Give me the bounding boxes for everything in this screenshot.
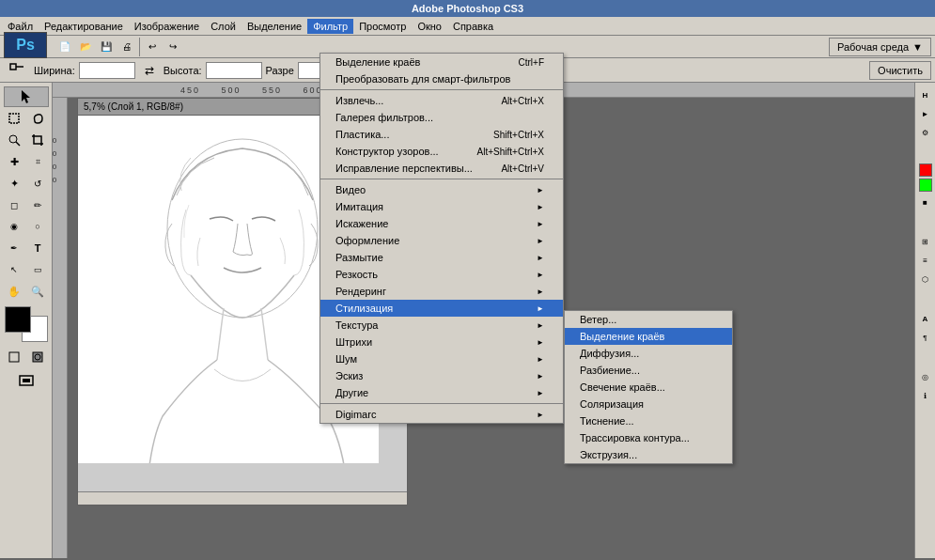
right-panel: H ► ⚙ ■ ⊞ ≡ ⬡ A ¶ ◎ ℹ [914,83,935,558]
rpanel-actions[interactable]: ► [917,105,934,122]
stylize-item-emboss[interactable]: Тиснение... [565,412,732,429]
rpanel-paths[interactable]: ⬡ [917,271,934,288]
h-scrollbar[interactable] [78,491,407,505]
menu-layer[interactable]: Слой [205,19,242,34]
svg-line-5 [16,142,20,146]
toolbar-save[interactable]: 💾 [96,38,117,56]
tool-path[interactable]: ✒ [4,238,25,258]
rpanel-channels[interactable]: ≡ [917,252,934,269]
width-label: Ширина: [34,65,75,76]
tool-blur[interactable]: ◉ [4,216,25,237]
height-input[interactable] [206,62,262,79]
filter-item-imitation[interactable]: Имитация ► [320,198,563,215]
menu-view[interactable]: Просмотр [353,19,412,34]
tool-screen-mode[interactable] [4,370,49,391]
filter-item-strokes[interactable]: Штрихи ► [320,334,563,350]
stylize-item-glow[interactable]: Свечение краёв... [565,379,732,396]
stylize-item-trace[interactable]: Трассировка контура... [565,429,732,446]
clear-button[interactable]: Очистить [869,61,931,80]
toolbar-open[interactable]: 📂 [75,38,96,56]
filter-item-sharpen[interactable]: Резкость ► [320,266,563,283]
tool-blur-group: ◉ ○ [4,216,49,237]
svg-rect-3 [9,114,19,123]
toolbar-new[interactable]: 📄 [55,38,75,56]
tool-direct-group: ↖ ▭ [4,259,49,280]
filter-item-render[interactable]: Рендеринг ► [320,283,563,300]
tool-heal-group: ✚ ⌗ [4,151,49,172]
rpanel-styles[interactable]: ■ [917,194,934,210]
workspace-button[interactable]: Рабочая среда ▼ [829,38,931,56]
svg-rect-0 [10,64,16,70]
filter-item-sketch[interactable]: Эскиз ► [320,367,563,384]
rpanel-info[interactable]: ℹ [917,387,934,404]
tool-quick-select[interactable] [4,130,25,150]
tool-rect-marquee[interactable] [4,108,25,129]
stylize-item-wind[interactable]: Ветер... [565,311,732,328]
stylize-item-find-edges[interactable]: Выделение краёв [565,328,732,345]
width-input[interactable] [79,62,135,79]
filter-item-distort[interactable]: Искажение ► [320,215,563,232]
menu-select[interactable]: Выделение [242,19,307,34]
tool-pencil[interactable]: ✏ [27,194,49,215]
filter-item-gallery[interactable]: Галерея фильтров... [320,109,563,126]
tool-type[interactable]: T [27,238,49,258]
rpanel-color[interactable] [919,163,932,177]
rpanel-swatches[interactable] [919,179,932,192]
tool-hand[interactable]: ✋ [4,281,25,302]
tool-quick-mask[interactable] [27,347,49,367]
toolbar-redo[interactable]: ↪ [163,38,183,56]
height-label: Высота: [164,65,202,76]
stylize-item-extrude[interactable]: Экструзия... [565,446,732,463]
filter-item-design[interactable]: Оформление ► [320,232,563,249]
rpanel-para[interactable]: ¶ [917,329,934,346]
stylize-item-solarize[interactable]: Соляризация [565,396,732,412]
ps-logo: Ps [4,32,47,58]
tool-zoom[interactable]: 🔍 [27,281,49,302]
filter-item-texture[interactable]: Текстура ► [320,317,563,334]
filter-item-liquefy[interactable]: Пластика... Shift+Ctrl+X [320,126,563,143]
menu-window[interactable]: Окно [412,19,447,34]
tool-patch[interactable]: ⌗ [27,151,49,172]
filter-item-other[interactable]: Другие ► [320,384,563,401]
toolbar-undo[interactable]: ↩ [142,38,163,56]
tool-history[interactable]: ↺ [27,173,49,194]
menu-image[interactable]: Изображение [129,19,205,34]
menu-help[interactable]: Справка [447,19,499,34]
rpanel-char[interactable]: A [917,310,934,327]
tool-eraser[interactable]: ◻ [4,194,25,215]
stylize-item-tiles[interactable]: Разбиение... [565,362,732,379]
filter-dropdown: Выделение краёв Ctrl+F Преобразовать для… [319,53,564,424]
tool-direct-select[interactable]: ↖ [4,259,25,280]
rpanel-tools[interactable]: ⚙ [917,124,934,141]
filter-item-select-edges[interactable]: Выделение краёв Ctrl+F [320,54,563,70]
filter-item-perspective[interactable]: Исправление перспективы... Alt+Ctrl+V [320,160,563,177]
filter-item-blur[interactable]: Размытие ► [320,249,563,266]
res-label: Разре [266,65,294,76]
app-title: Adobe Photoshop CS3 [412,3,523,14]
tool-crop[interactable] [27,130,49,150]
tool-shape[interactable]: ▭ [27,259,49,280]
toolbar-print[interactable]: 🖨 [117,38,137,56]
tool-clone[interactable]: ✦ [4,173,25,194]
menu-filter[interactable]: Фильтр [307,19,353,34]
tool-move[interactable] [4,86,49,107]
filter-item-smart-filter[interactable]: Преобразовать для смарт-фильтров [320,70,563,87]
filter-item-noise[interactable]: Шум ► [320,350,563,367]
rpanel-layers[interactable]: ⊞ [917,233,934,250]
filter-item-pattern[interactable]: Конструктор узоров... Alt+Shift+Ctrl+X [320,143,563,160]
swap-icon[interactable]: ⇄ [139,61,160,80]
color-swatch[interactable] [5,306,48,342]
tool-dodge[interactable]: ○ [27,216,49,237]
filter-item-extract[interactable]: Извлечь... Alt+Ctrl+X [320,92,563,109]
filter-item-stylize[interactable]: Стилизация ► [320,300,563,317]
tool-healing[interactable]: ✚ [4,151,25,172]
filter-item-digimarc[interactable]: Digimarc ► [320,406,563,423]
tool-standard-mode[interactable] [4,347,25,367]
rpanel-nav[interactable]: ◎ [917,368,934,385]
rpanel-history[interactable]: H [917,86,934,103]
foreground-color[interactable] [5,306,31,333]
stylize-item-diffuse[interactable]: Диффузия... [565,345,732,362]
tool-lasso[interactable] [27,108,49,129]
filter-item-video[interactable]: Видео ► [320,181,563,198]
menu-edit[interactable]: Редактирование [39,19,129,34]
